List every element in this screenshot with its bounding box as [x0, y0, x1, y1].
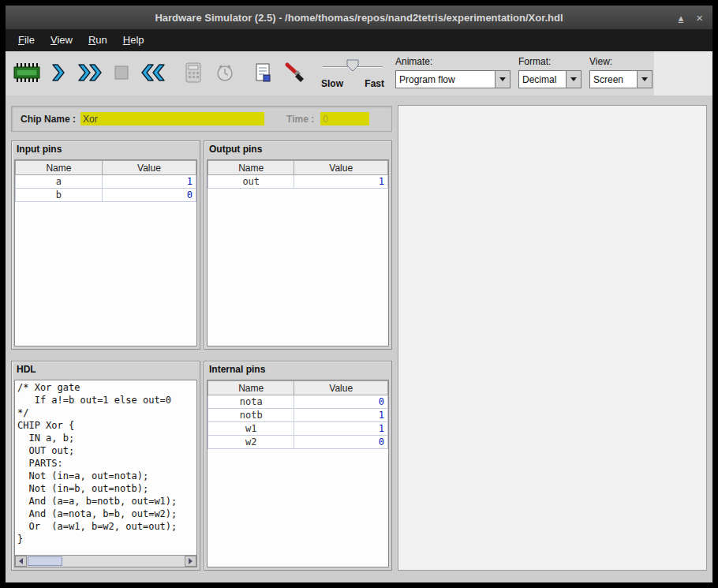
code-line: OUT out;	[17, 444, 196, 457]
pin-value-cell: 0	[294, 395, 388, 409]
run-button[interactable]	[75, 57, 105, 88]
value-column-header: Value	[102, 161, 196, 175]
toolbar: Slow Fast Animate: Program flow Format: …	[6, 51, 712, 96]
hardware-simulator-window: Hardware Simulator (2.5) - /home/thomas/…	[6, 6, 712, 582]
scroll-left-button[interactable]	[15, 556, 27, 567]
pin-value-cell[interactable]: 1	[102, 175, 196, 189]
clock-button[interactable]	[210, 57, 240, 88]
chevron-down-icon	[499, 77, 506, 81]
stop-icon	[111, 62, 132, 83]
menu-help[interactable]: Help	[115, 29, 152, 51]
table-header-row: Name Value	[208, 161, 388, 175]
value-column-header: Value	[294, 381, 388, 395]
hdl-code: /* Xor gate If a!=b out=1 else out=0 */ …	[15, 380, 196, 555]
calculator-icon	[184, 62, 203, 84]
input-pins-table: Name Value a 1 b 0	[15, 160, 196, 202]
code-line: Not (in=b, out=notb);	[17, 482, 196, 495]
hdl-title: HDL	[12, 361, 200, 378]
animate-select[interactable]: Program flow	[395, 70, 510, 88]
format-group: Format: Decimal	[518, 56, 582, 88]
breakpoints-button[interactable]	[279, 57, 309, 88]
load-chip-button[interactable]	[12, 57, 42, 88]
reset-icon	[140, 62, 166, 83]
menu-bar: File View Run Help	[6, 29, 712, 51]
script-button[interactable]	[248, 57, 278, 88]
hdl-panel: HDL /* Xor gate If a!=b out=1 else out=0…	[11, 361, 200, 571]
pin-name-cell: b	[16, 189, 103, 202]
animate-label: Animate:	[395, 56, 510, 67]
horizontal-scrollbar[interactable]	[15, 555, 196, 567]
code-line: And (a=a, b=notb, out=w1);	[17, 495, 196, 507]
view-dropdown-button[interactable]	[637, 71, 652, 88]
menu-view[interactable]: View	[43, 29, 80, 51]
breakpoints-icon	[283, 62, 305, 84]
pin-name-cell: a	[16, 175, 103, 189]
format-select[interactable]: Decimal	[518, 70, 582, 88]
single-step-button[interactable]	[43, 57, 73, 88]
pin-name-cell: w2	[208, 436, 294, 449]
table-row: notb 1	[208, 409, 388, 422]
chip-name-label: Chip Name :	[21, 114, 76, 125]
input-pins-title: Input pins	[12, 141, 200, 158]
animate-dropdown-button[interactable]	[495, 71, 510, 88]
scroll-right-button[interactable]	[185, 556, 196, 567]
internal-pins-title: Internal pins	[204, 361, 391, 378]
value-column-header: Value	[294, 161, 388, 175]
internal-pins-table-area: Name Value nota 0 notb 1	[207, 380, 389, 567]
name-column-header: Name	[208, 381, 294, 395]
chevron-down-icon	[570, 77, 577, 81]
window-frame: Hardware Simulator (2.5) - /home/thomas/…	[0, 0, 718, 588]
load-chip-icon	[13, 61, 41, 84]
hdl-code-area: /* Xor gate If a!=b out=1 else out=0 */ …	[14, 380, 197, 567]
scrollbar-thumb[interactable]	[28, 556, 62, 566]
code-line: Or (a=w1, b=w2, out=out);	[17, 520, 196, 533]
pin-name-cell: w1	[208, 422, 294, 436]
pin-value-cell: 1	[294, 409, 388, 422]
input-pins-panel: Input pins Name Value a	[11, 140, 200, 350]
slider-thumb[interactable]	[346, 59, 359, 72]
speed-slider[interactable]: Slow Fast	[321, 56, 384, 91]
arrow-left-icon	[19, 558, 23, 564]
stop-button[interactable]	[107, 57, 136, 88]
window-title: Hardware Simulator (2.5) - /home/thomas/…	[155, 12, 563, 24]
chip-name-field[interactable]: Xor	[80, 112, 264, 125]
clock-icon	[215, 62, 235, 83]
view-group: View: Screen	[589, 56, 653, 88]
slider-fast-label: Fast	[365, 78, 384, 89]
pin-value-cell: 0	[294, 436, 388, 449]
toolbar-strip: Slow Fast Animate: Program flow Format: …	[6, 51, 654, 96]
close-button[interactable]: ×	[696, 12, 703, 24]
pin-value-cell: 1	[294, 175, 388, 189]
screen-view-panel	[398, 105, 707, 571]
pin-value-cell: 1	[294, 422, 388, 436]
table-row: b 0	[16, 189, 196, 202]
maximize-button[interactable]: ▴	[679, 12, 684, 24]
view-selected-value: Screen	[590, 71, 637, 88]
table-row: a 1	[16, 175, 196, 189]
chevron-down-icon	[641, 77, 648, 81]
menu-run[interactable]: Run	[80, 29, 115, 51]
animate-selected-value: Program flow	[396, 71, 495, 88]
view-label: View:	[589, 56, 653, 67]
reset-button[interactable]	[138, 57, 168, 88]
name-column-header: Name	[208, 161, 294, 175]
single-step-icon	[47, 62, 70, 83]
table-header-row: Name Value	[16, 161, 196, 175]
output-pins-panel: Output pins Name Value out	[204, 140, 392, 350]
view-select[interactable]: Screen	[589, 70, 653, 88]
run-icon	[77, 62, 103, 83]
menu-file[interactable]: File	[10, 29, 43, 51]
output-pins-table-area: Name Value out 1	[207, 159, 389, 346]
title-bar[interactable]: Hardware Simulator (2.5) - /home/thomas/…	[6, 6, 712, 29]
code-line: }	[17, 533, 196, 545]
pin-name-cell: out	[208, 175, 294, 189]
calculator-button[interactable]	[178, 57, 208, 88]
code-line: CHIP Xor {	[17, 419, 196, 432]
table-row: nota 0	[208, 395, 388, 409]
animate-group: Animate: Program flow	[395, 56, 510, 88]
table-row: w1 1	[208, 422, 388, 436]
code-line: */	[17, 406, 196, 419]
time-field: 0	[320, 112, 369, 125]
format-dropdown-button[interactable]	[566, 71, 581, 88]
pin-value-cell[interactable]: 0	[102, 189, 196, 202]
